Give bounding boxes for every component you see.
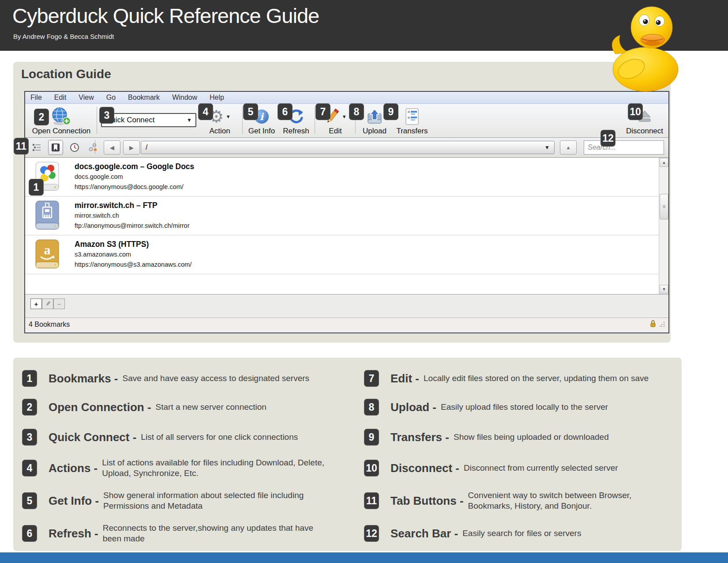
search-input[interactable] — [584, 140, 664, 155]
plus-icon: + — [34, 300, 38, 308]
legend-item-transfers: 9 Transfers - Show files being uploaded … — [355, 422, 682, 452]
arrow-right-icon: ▶ — [129, 144, 134, 151]
resize-grip[interactable] — [660, 321, 665, 329]
arrow-left-icon: ◀ — [110, 144, 114, 151]
legend-item-search-bar: 12 Search Bar - Easily search for files … — [355, 518, 682, 549]
menu-window[interactable]: Window — [172, 94, 197, 102]
bottom-accent-bar — [0, 552, 728, 563]
toolbar: Open Connection Quick Connect ▼ ⚙ ▼ Acti… — [25, 104, 668, 138]
legend-desc: Save and have easy access to designated … — [123, 373, 310, 384]
action-label: Action — [201, 127, 239, 136]
callout-8-badge: 8 — [349, 103, 364, 120]
legend-title: Tab Buttons - — [390, 494, 464, 508]
legend-item-disconnect: 10 Disconnect - Disconnect from currentl… — [355, 452, 682, 484]
quick-connect-combobox[interactable]: Quick Connect ▼ — [101, 113, 196, 127]
menu-file[interactable]: File — [30, 94, 42, 102]
legend-title: Transfers - — [390, 431, 449, 444]
legend-title: Actions - — [49, 461, 98, 475]
legend-grid: 1 Bookmarks - Save and have easy access … — [13, 365, 682, 549]
scroll-down-button[interactable]: ▼ — [660, 285, 668, 294]
tab-bookmarks[interactable] — [48, 140, 63, 155]
legend-5-badge: 5 — [22, 492, 37, 509]
outline-tree-icon — [32, 143, 41, 152]
menu-go[interactable]: Go — [106, 94, 116, 102]
forward-button[interactable]: ▶ — [123, 140, 140, 155]
legend-2-badge: 2 — [22, 399, 37, 416]
legend-item-tab-buttons: 11 Tab Buttons - Convenient way to switc… — [355, 484, 682, 518]
menu-help[interactable]: Help — [210, 94, 224, 102]
legend-desc: Convenient way to switch between Browser… — [468, 490, 658, 511]
legend-6-badge: 6 — [22, 525, 37, 542]
legend-9-badge: 9 — [364, 429, 379, 446]
scroll-up-button[interactable]: ▲ — [660, 158, 668, 167]
disconnect-label: Disconnect — [623, 127, 666, 136]
s3-drive-icon: a — [33, 238, 61, 273]
remove-bookmark-button[interactable]: − — [53, 299, 65, 309]
back-button[interactable]: ◀ — [104, 140, 120, 155]
refresh-label: Refresh — [280, 127, 312, 136]
legend-item-get-info: 5 Get Info - Show general information ab… — [13, 484, 355, 518]
legend-item-upload: 8 Upload - Easily upload files stored lo… — [355, 392, 682, 422]
location-guide-card: Location Guide File Edit View Go Bookmar… — [13, 62, 671, 343]
legend-title: Bookmarks - — [49, 372, 118, 385]
up-directory-button[interactable]: ▲ — [560, 140, 577, 155]
transfers-button[interactable]: Transfers — [393, 107, 431, 136]
callout-7-badge: 7 — [315, 103, 330, 120]
tab-buttons — [30, 140, 100, 155]
callout-6-badge: 6 — [278, 103, 293, 120]
legend-desc: List of all servers for one click connec… — [141, 432, 298, 442]
toolbar-separator — [97, 106, 97, 134]
legend-title: Disconnect - — [390, 461, 459, 475]
menu-view[interactable]: View — [79, 94, 94, 102]
bookmark-edit-bar: + − — [25, 294, 668, 318]
chevron-down-icon: ▼ — [342, 114, 347, 119]
legend-title: Open Connection - — [49, 401, 151, 414]
legend-desc: Easily search for files or servers — [462, 528, 581, 539]
legend-desc: Disconnect from currently selected serve… — [464, 463, 618, 473]
arrow-up-icon: ▲ — [566, 145, 571, 150]
scrollbar-thumb[interactable]: ≡ — [660, 194, 668, 219]
legend-title: Upload - — [390, 401, 436, 414]
menu-edit[interactable]: Edit — [54, 94, 67, 102]
toolbar-separator — [242, 106, 243, 134]
callout-12-badge: 12 — [600, 130, 615, 147]
add-bookmark-button[interactable]: + — [30, 299, 42, 309]
vertical-scrollbar[interactable]: ▲ ≡ ▼ — [659, 158, 668, 294]
tab-history[interactable] — [68, 140, 82, 155]
legend-desc: Reconnects to the server,showing any upd… — [103, 523, 326, 544]
legend-item-bookmarks: 1 Bookmarks - Save and have easy access … — [13, 365, 355, 392]
bookmark-title: Amazon S3 (HTTPS) — [75, 239, 191, 249]
callout-2-badge: 2 — [34, 109, 49, 125]
tab-browser[interactable] — [30, 140, 44, 155]
legend-title: Search Bar - — [390, 527, 458, 540]
legend-desc: List of actions available for files incl… — [102, 457, 325, 479]
menu-bookmark[interactable]: Bookmark — [128, 94, 160, 102]
legend-8-badge: 8 — [364, 399, 379, 416]
bookmark-row-amazon[interactable]: a Amazon S3 (HTTPS) s3.amazonaws.com htt… — [25, 235, 668, 274]
tab-bonjour[interactable] — [86, 140, 100, 155]
legend-10-badge: 10 — [364, 460, 379, 476]
bookmark-host: mirror.switch.ch — [75, 211, 189, 221]
path-combobox[interactable]: / ▼ — [141, 141, 555, 154]
legend-12-badge: 12 — [364, 525, 379, 542]
legend-item-refresh: 6 Refresh - Reconnects to the server,sho… — [13, 518, 355, 549]
info-glyph: i — [260, 111, 263, 122]
legend-item-edit: 7 Edit - Locally edit files stored on th… — [355, 365, 682, 392]
bookmark-url: https://anonymous@docs.google.com/ — [75, 182, 194, 192]
cyberduck-window: File Edit View Go Bookmark Window Help — [24, 91, 669, 333]
legend-11-badge: 11 — [364, 492, 379, 509]
edit-bookmark-button[interactable] — [42, 299, 53, 309]
lock-icon — [650, 320, 656, 329]
legend-1-badge: 1 — [22, 370, 37, 387]
callout-10-badge: 10 — [628, 103, 643, 120]
callout-5-badge: 5 — [243, 103, 258, 120]
open-connection-label: Open Connection — [28, 127, 95, 136]
bookmark-host: s3.amazonaws.com — [75, 249, 191, 260]
legend-card: 1 Bookmarks - Save and have easy access … — [13, 358, 682, 551]
bookmark-row-google[interactable]: 1 docs.google.com – Google Docs docs.goo… — [25, 158, 668, 196]
callout-3-badge: 3 — [99, 107, 114, 124]
chevron-down-icon: ▼ — [187, 117, 192, 123]
bookmark-row-switch[interactable]: mirror.switch.ch – FTP mirror.switch.ch … — [25, 196, 668, 235]
legend-desc: Show general information about selected … — [103, 490, 326, 511]
legend-desc: Easily upload files stored locally to th… — [441, 402, 608, 412]
